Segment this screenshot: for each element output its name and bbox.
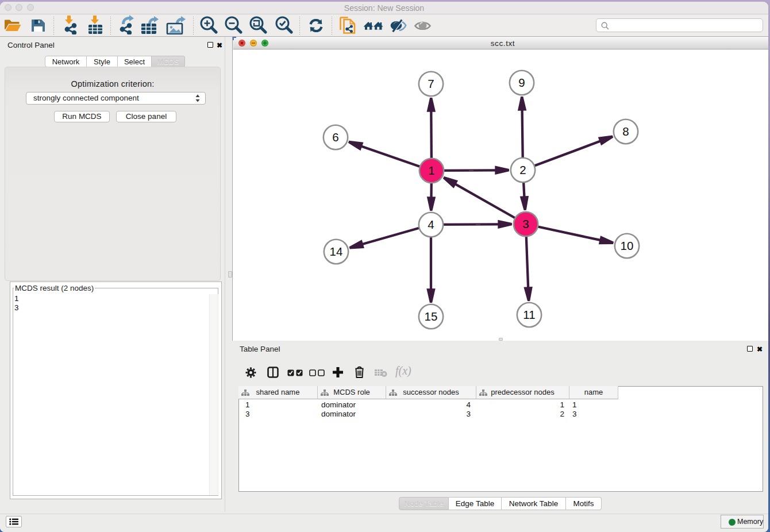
- svg-text:10: 10: [621, 239, 634, 252]
- svg-text:9: 9: [518, 76, 525, 89]
- svg-text:6: 6: [332, 130, 338, 144]
- svg-text:15: 15: [425, 310, 438, 323]
- svg-text:14: 14: [330, 245, 343, 258]
- svg-text:11: 11: [523, 308, 535, 321]
- svg-text:7: 7: [428, 77, 434, 90]
- svg-text:8: 8: [622, 125, 629, 138]
- svg-text:2: 2: [519, 163, 526, 176]
- svg-text:4: 4: [428, 218, 434, 231]
- svg-text:3: 3: [522, 217, 529, 230]
- svg-text:1: 1: [428, 164, 434, 177]
